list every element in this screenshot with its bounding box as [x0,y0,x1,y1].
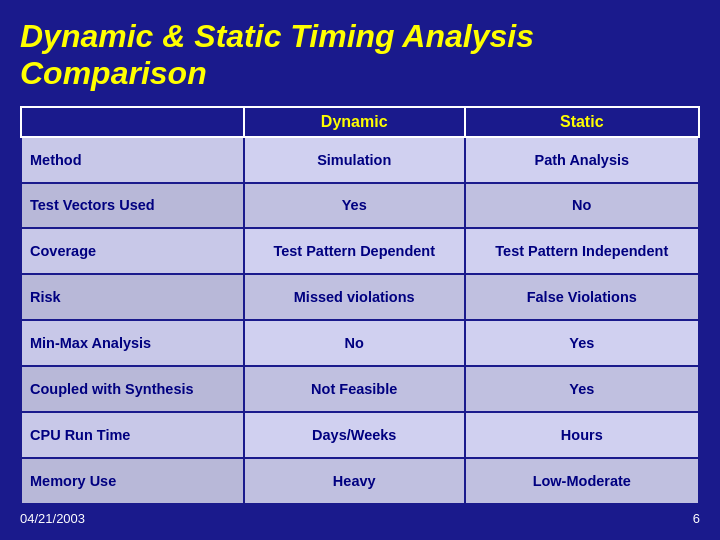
row-cell: Test Pattern Dependent [244,228,465,274]
row-label: Memory Use [21,458,244,504]
row-label: Coverage [21,228,244,274]
col-header-label [21,107,244,137]
row-label: CPU Run Time [21,412,244,458]
col-header-static: Static [465,107,699,137]
row-cell: Yes [465,320,699,366]
col-header-dynamic: Dynamic [244,107,465,137]
row-cell: Test Pattern Independent [465,228,699,274]
row-cell: Days/Weeks [244,412,465,458]
table-row: CPU Run TimeDays/WeeksHours [21,412,699,458]
table-row: Test Vectors UsedYesNo [21,183,699,229]
comparison-table: Dynamic Static MethodSimulationPath Anal… [20,106,700,505]
slide: Dynamic & Static Timing Analysis Compari… [0,0,720,540]
table-row: Memory UseHeavyLow-Moderate [21,458,699,504]
slide-title: Dynamic & Static Timing Analysis Compari… [20,18,700,92]
footer-date: 04/21/2003 [20,511,85,526]
row-cell: No [244,320,465,366]
row-cell: Not Feasible [244,366,465,412]
row-label: Method [21,137,244,183]
row-cell: Missed violations [244,274,465,320]
table-row: CoverageTest Pattern DependentTest Patte… [21,228,699,274]
row-cell: False Violations [465,274,699,320]
row-cell: No [465,183,699,229]
row-cell: Path Analysis [465,137,699,183]
row-cell: Heavy [244,458,465,504]
row-label: Coupled with Synthesis [21,366,244,412]
row-cell: Hours [465,412,699,458]
footer-page: 6 [693,511,700,526]
row-cell: Yes [244,183,465,229]
row-cell: Low-Moderate [465,458,699,504]
table-row: MethodSimulationPath Analysis [21,137,699,183]
slide-footer: 04/21/2003 6 [20,511,700,526]
row-label: Test Vectors Used [21,183,244,229]
table-row: Coupled with SynthesisNot FeasibleYes [21,366,699,412]
table-row: Min-Max AnalysisNoYes [21,320,699,366]
row-cell: Yes [465,366,699,412]
row-label: Risk [21,274,244,320]
row-cell: Simulation [244,137,465,183]
table-row: RiskMissed violationsFalse Violations [21,274,699,320]
row-label: Min-Max Analysis [21,320,244,366]
